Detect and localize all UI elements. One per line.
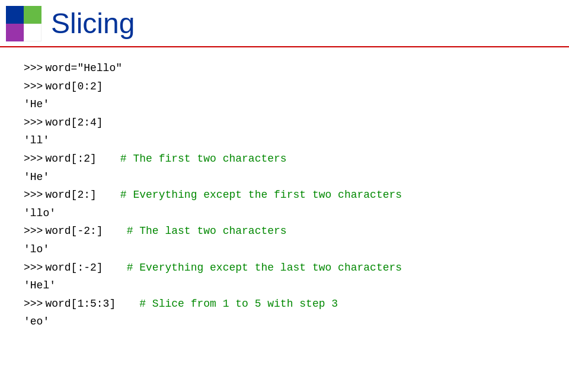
logo-cell-1 (6, 6, 24, 24)
comment-text: # The first two characters (120, 150, 287, 168)
content-area: >>> word="Hello">>> word[0:2]'He'>>> wor… (0, 47, 569, 337)
code-text: word[:-2] (45, 259, 103, 277)
prompt: >>> (24, 150, 43, 168)
logo-cell-3 (6, 24, 24, 41)
code-text: word[2:4] (45, 114, 103, 132)
code-line: >>> word[0:2] (24, 78, 545, 96)
prompt: >>> (24, 59, 43, 78)
output-line: 'He' (24, 168, 545, 187)
code-line: >>> word[2:]# Everything except the firs… (24, 186, 545, 204)
code-text: word="Hello" (45, 59, 122, 78)
code-line: >>> word="Hello" (24, 59, 545, 78)
header: Slicing (0, 0, 569, 47)
prompt: >>> (24, 78, 43, 96)
code-text: word[1:5:3] (45, 295, 116, 313)
logo-block (6, 6, 41, 41)
output-line: 'llo' (24, 204, 545, 223)
code-text: word[0:2] (45, 78, 103, 96)
prompt: >>> (24, 186, 43, 204)
output-line: 'eo' (24, 313, 545, 331)
comment-text: # Slice from 1 to 5 with step 3 (139, 295, 338, 313)
output-line: 'Hel' (24, 277, 545, 295)
code-text: word[:2] (45, 150, 96, 168)
code-text: word[2:] (45, 186, 96, 204)
logo-cell-2 (24, 6, 41, 24)
page-title: Slicing (51, 9, 135, 38)
output-line: 'lo' (24, 240, 545, 259)
prompt: >>> (24, 114, 43, 132)
comment-text: # The last two characters (127, 222, 287, 240)
logo-cell-4 (24, 24, 41, 41)
code-line: >>> word[2:4] (24, 114, 545, 132)
code-line: >>> word[:-2]# Everything except the las… (24, 259, 545, 277)
output-line: 'He' (24, 95, 545, 114)
comment-text: # Everything except the last two charact… (127, 259, 402, 277)
code-text: word[-2:] (45, 222, 103, 240)
prompt: >>> (24, 222, 43, 240)
code-line: >>> word[:2]# The first two characters (24, 150, 545, 168)
comment-text: # Everything except the first two charac… (120, 186, 402, 204)
prompt: >>> (24, 259, 43, 277)
code-line: >>> word[1:5:3]# Slice from 1 to 5 with … (24, 295, 545, 313)
code-line: >>> word[-2:]# The last two characters (24, 222, 545, 240)
output-line: 'll' (24, 131, 545, 150)
prompt: >>> (24, 295, 43, 313)
